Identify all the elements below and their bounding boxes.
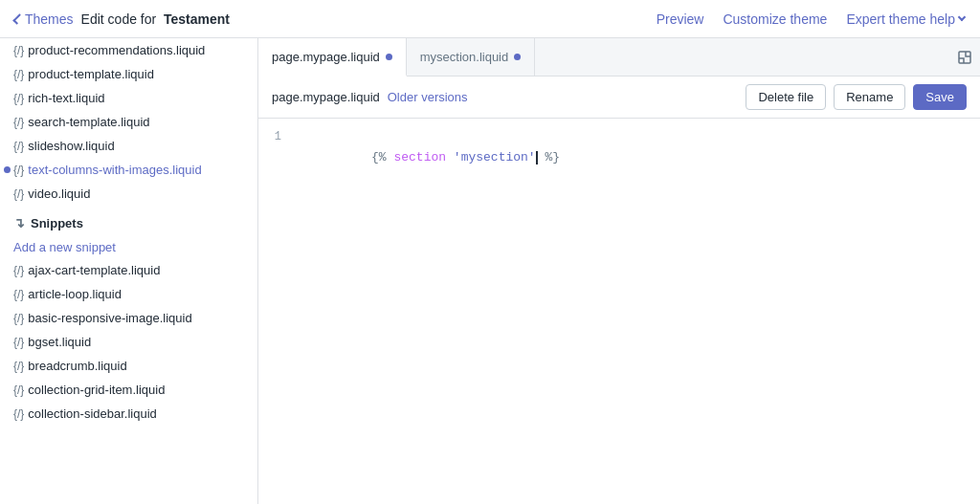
sidebar-item[interactable]: {/} bgset.liquid	[0, 330, 257, 354]
sidebar: {/} product-recommendations.liquid {/} p…	[0, 38, 258, 504]
sidebar-item[interactable]: {/} product-template.liquid	[0, 62, 257, 86]
sidebar-item-label: basic-responsive-image.liquid	[28, 311, 191, 325]
sidebar-item[interactable]: {/} article-loop.liquid	[0, 282, 257, 306]
sidebar-item[interactable]: {/} collection-sidebar.liquid	[0, 402, 257, 426]
svg-rect-0	[959, 52, 970, 63]
sidebar-item[interactable]: {/} breadcrumb.liquid	[0, 354, 257, 378]
tabs-bar: page.mypage.liquid mysection.liquid	[258, 38, 980, 77]
edit-title: Edit code for Testament	[81, 11, 230, 27]
main-layout: {/} product-recommendations.liquid {/} p…	[0, 38, 980, 504]
sidebar-item-label: text-columns-with-images.liquid	[28, 163, 201, 177]
chevron-down-icon	[958, 13, 966, 21]
expert-help-label: Expert theme help	[846, 11, 955, 27]
delete-file-button[interactable]: Delete file	[746, 84, 826, 110]
sidebar-item-label: breadcrumb.liquid	[28, 359, 126, 373]
sidebar-item-text-columns[interactable]: {/} text-columns-with-images.liquid	[0, 158, 257, 182]
file-icon: {/}	[13, 116, 24, 129]
editor-toolbar: page.mypage.liquid Older versions Delete…	[258, 77, 980, 119]
file-icon: {/}	[13, 92, 24, 105]
file-icon: {/}	[13, 336, 24, 349]
sidebar-item-label: collection-grid-item.liquid	[28, 383, 165, 397]
file-icon: {/}	[13, 44, 24, 57]
code-editor[interactable]: 1 {% section 'mysection' %}	[258, 119, 980, 504]
older-versions-link[interactable]: Older versions	[388, 90, 468, 104]
themes-back-link[interactable]: Themes	[15, 11, 74, 27]
sidebar-item-label: article-loop.liquid	[28, 287, 122, 301]
themes-link-label: Themes	[25, 11, 74, 27]
tab-label: page.mypage.liquid	[272, 50, 380, 64]
sidebar-item[interactable]: {/} search-template.liquid	[0, 110, 257, 134]
file-icon: {/}	[13, 68, 24, 81]
file-icon: {/}	[13, 288, 24, 301]
sidebar-item-label: product-template.liquid	[28, 67, 154, 81]
snippets-label: Snippets	[31, 216, 83, 230]
sidebar-item-label: collection-sidebar.liquid	[28, 406, 156, 421]
sidebar-item[interactable]: {/} collection-grid-item.liquid	[0, 378, 257, 402]
save-button[interactable]: Save	[913, 84, 967, 110]
editor-toolbar-left: page.mypage.liquid Older versions	[272, 90, 468, 104]
customize-theme-link[interactable]: Customize theme	[723, 11, 827, 27]
sidebar-item[interactable]: {/} slideshow.liquid	[0, 134, 257, 158]
file-icon: {/}	[13, 264, 24, 277]
sidebar-item-label: search-template.liquid	[28, 115, 149, 129]
rename-button[interactable]: Rename	[834, 84, 905, 110]
active-dot-indicator	[4, 166, 11, 173]
file-icon: {/}	[13, 312, 24, 325]
file-icon: {/}	[13, 383, 24, 397]
sidebar-item[interactable]: {/} video.liquid	[0, 182, 257, 206]
tab-unsaved-dot	[386, 54, 392, 60]
line-content: {% section 'mysection' %}	[297, 126, 980, 189]
expand-editor-button[interactable]	[957, 50, 972, 65]
tab-label: mysection.liquid	[420, 50, 509, 64]
sidebar-item[interactable]: {/} rich-text.liquid	[0, 86, 257, 110]
sidebar-item[interactable]: {/} ajax-cart-template.liquid	[0, 258, 257, 282]
sidebar-item[interactable]: {/} product-recommendations.liquid	[0, 38, 257, 62]
sidebar-item[interactable]: {/} basic-responsive-image.liquid	[0, 306, 257, 330]
snippets-section-header: ↴ Snippets	[0, 206, 257, 236]
line-number: 1	[258, 126, 297, 147]
top-bar-right: Preview Customize theme Expert theme hel…	[657, 11, 965, 27]
sidebar-item-label: product-recommendations.liquid	[28, 43, 205, 57]
sidebar-item-label: bgset.liquid	[28, 335, 91, 349]
code-line-1: 1 {% section 'mysection' %}	[258, 126, 980, 189]
tab-page-mypage[interactable]: page.mypage.liquid	[258, 38, 407, 77]
file-icon: {/}	[13, 407, 24, 421]
current-file-name: page.mypage.liquid	[272, 90, 380, 104]
tab-unsaved-dot	[514, 54, 521, 60]
chevron-left-icon	[12, 13, 23, 24]
file-icon: {/}	[13, 164, 24, 177]
file-icon: {/}	[13, 360, 24, 373]
expert-help-dropdown[interactable]: Expert theme help	[846, 11, 965, 27]
sidebar-item-label: slideshow.liquid	[28, 139, 114, 153]
top-bar-left: Themes Edit code for Testament	[15, 11, 230, 27]
editor-toolbar-right: Delete file Rename Save	[746, 84, 967, 110]
top-bar: Themes Edit code for Testament Preview C…	[0, 0, 980, 38]
editor-area: page.mypage.liquid mysection.liquid page…	[258, 38, 980, 504]
sidebar-item-label: ajax-cart-template.liquid	[28, 263, 160, 277]
sidebar-item-label: rich-text.liquid	[28, 91, 104, 105]
file-icon: {/}	[13, 187, 24, 201]
file-icon: {/}	[13, 140, 24, 153]
preview-link[interactable]: Preview	[657, 11, 704, 27]
sidebar-item-label: video.liquid	[28, 186, 90, 201]
add-snippet-link[interactable]: Add a new snippet	[0, 236, 257, 258]
snippets-icon: ↴	[13, 215, 25, 230]
tab-mysection[interactable]: mysection.liquid	[407, 38, 536, 76]
